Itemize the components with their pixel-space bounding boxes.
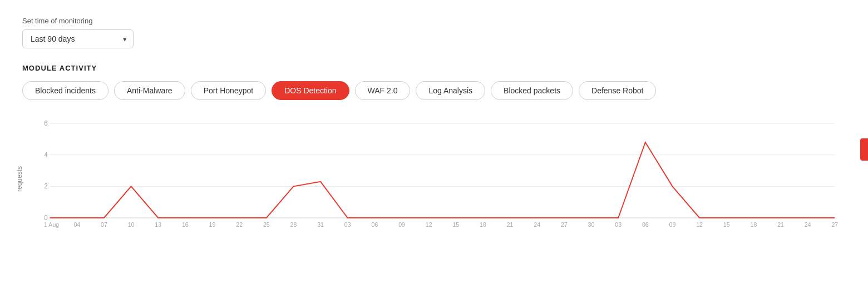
tab-port-honeypot[interactable]: Port Honeypot <box>191 81 267 100</box>
svg-text:16: 16 <box>182 221 189 228</box>
module-activity-label: MODULE ACTIVITY <box>22 64 846 72</box>
svg-text:13: 13 <box>155 221 161 228</box>
svg-text:30: 30 <box>588 221 595 228</box>
tab-log-analysis[interactable]: Log Analysis <box>416 81 485 100</box>
svg-text:03: 03 <box>615 221 622 228</box>
svg-text:21: 21 <box>777 221 784 228</box>
svg-text:09: 09 <box>398 221 405 228</box>
svg-text:21: 21 <box>507 221 514 228</box>
scrollbar-hint[interactable] <box>860 138 868 161</box>
svg-text:27: 27 <box>831 221 838 228</box>
svg-text:03: 03 <box>344 221 351 228</box>
svg-text:06: 06 <box>642 221 649 228</box>
tab-anti-malware[interactable]: Anti-Malware <box>114 81 185 100</box>
svg-text:2: 2 <box>45 182 48 190</box>
tab-defense-robot[interactable]: Defense Robot <box>579 81 656 100</box>
svg-text:31: 31 <box>317 221 324 228</box>
svg-text:24: 24 <box>534 221 540 228</box>
svg-text:07: 07 <box>101 221 107 228</box>
svg-text:0: 0 <box>45 214 48 221</box>
svg-text:19: 19 <box>209 221 216 228</box>
chart-area: 024601 Aug040710131619222528310306091215… <box>45 118 840 240</box>
svg-text:06: 06 <box>371 221 378 228</box>
time-dropdown-wrapper[interactable]: Last 7 days Last 30 days Last 90 days La… <box>22 29 134 48</box>
set-time-label: Set time of monitoring <box>22 17 846 25</box>
svg-text:01 Aug: 01 Aug <box>45 221 59 228</box>
svg-text:10: 10 <box>128 221 135 228</box>
tab-blocked-packets[interactable]: Blocked packets <box>491 81 573 100</box>
line-chart: 024601 Aug040710131619222528310306091215… <box>45 118 840 240</box>
svg-text:24: 24 <box>805 221 811 228</box>
svg-text:15: 15 <box>723 221 730 228</box>
chart-container: requests 024601 Aug040710131619222528310… <box>22 118 846 240</box>
svg-text:25: 25 <box>263 221 270 228</box>
tab-blocked-incidents[interactable]: Blocked incidents <box>22 81 108 100</box>
svg-text:15: 15 <box>452 221 459 228</box>
tab-dos-detection[interactable]: DOS Detection <box>272 81 349 100</box>
svg-text:22: 22 <box>236 221 243 228</box>
tab-waf-2[interactable]: WAF 2.0 <box>355 81 411 100</box>
svg-text:12: 12 <box>426 221 432 228</box>
svg-text:6: 6 <box>45 119 48 127</box>
svg-text:28: 28 <box>290 221 297 228</box>
svg-text:04: 04 <box>73 221 80 228</box>
svg-text:18: 18 <box>751 221 757 228</box>
svg-text:12: 12 <box>696 221 703 228</box>
time-dropdown[interactable]: Last 7 days Last 30 days Last 90 days La… <box>22 29 134 48</box>
svg-text:18: 18 <box>480 221 486 228</box>
svg-text:4: 4 <box>45 151 48 158</box>
svg-text:27: 27 <box>561 221 568 228</box>
y-axis-label: requests <box>16 166 23 192</box>
svg-text:09: 09 <box>669 221 676 228</box>
module-activity-tabs: Blocked incidentsAnti-MalwarePort Honeyp… <box>22 81 846 100</box>
